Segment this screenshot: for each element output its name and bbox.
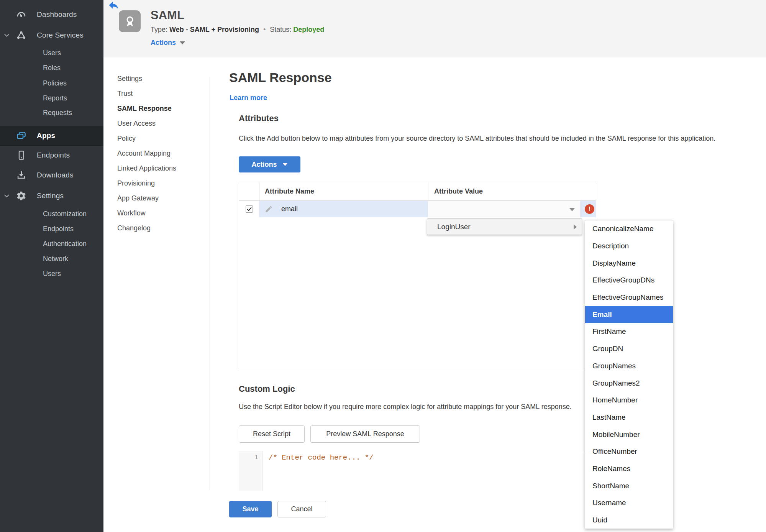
tab-saml-response[interactable]: SAML Response bbox=[117, 101, 176, 116]
tab-label: Policy bbox=[117, 135, 136, 143]
editor-code-area[interactable]: /* Enter code here... */ bbox=[262, 451, 596, 491]
menu-item-label: EffectiveGroupNames bbox=[592, 293, 664, 302]
sidebar-item-requests[interactable]: Requests bbox=[0, 105, 103, 120]
menu-item-effectivegroupdns[interactable]: EffectiveGroupDNs bbox=[585, 272, 673, 289]
tab-user-access[interactable]: User Access bbox=[117, 116, 176, 131]
sidebar-item-label: Endpoints bbox=[43, 225, 74, 233]
download-icon bbox=[16, 170, 26, 181]
sidebar-item-label: Apps bbox=[37, 131, 55, 140]
sidebar-item-label: Authentication bbox=[43, 240, 87, 248]
sidebar-item-label: Users bbox=[43, 49, 61, 57]
type-label: Type: bbox=[151, 26, 167, 33]
chevron-right-icon bbox=[574, 224, 577, 230]
attributes-heading: Attributes bbox=[239, 113, 279, 123]
app-window: Dashboards Core Services Users Roles Pol… bbox=[0, 0, 766, 532]
menu-item-label: Username bbox=[592, 499, 626, 507]
sidebar-item-authentication[interactable]: Authentication bbox=[0, 236, 103, 251]
row-checkbox[interactable] bbox=[246, 205, 253, 213]
cancel-button[interactable]: Cancel bbox=[277, 501, 326, 517]
menu-item-groupnames[interactable]: GroupNames bbox=[585, 358, 673, 375]
tab-changelog[interactable]: Changelog bbox=[117, 221, 176, 236]
menu-item-description[interactable]: Description bbox=[585, 238, 673, 255]
chevron-down-icon bbox=[569, 208, 575, 211]
menu-item-lastname[interactable]: LastName bbox=[585, 409, 673, 426]
select-column-header bbox=[239, 182, 259, 200]
code-comment: /* Enter code here... */ bbox=[269, 453, 374, 462]
menu-item-label: MobileNumber bbox=[592, 430, 640, 439]
chevron-down-icon bbox=[3, 193, 10, 199]
attributes-actions-button[interactable]: Actions bbox=[239, 156, 300, 172]
menu-item-uuid[interactable]: Uuid bbox=[585, 512, 673, 529]
tab-account-mapping[interactable]: Account Mapping bbox=[117, 146, 176, 161]
tab-settings[interactable]: Settings bbox=[117, 71, 176, 86]
menu-item-groupnames2[interactable]: GroupNames2 bbox=[585, 374, 673, 392]
learn-more-link[interactable]: Learn more bbox=[230, 94, 267, 102]
sidebar-item-label: Endpoints bbox=[37, 151, 70, 159]
tab-app-gateway[interactable]: App Gateway bbox=[117, 191, 176, 206]
sidebar-item-downloads[interactable]: Downloads bbox=[0, 165, 103, 186]
pencil-icon[interactable] bbox=[265, 205, 273, 213]
menu-item-rolenames[interactable]: RoleNames bbox=[585, 460, 673, 478]
sidebar-item-settings[interactable]: Settings bbox=[0, 186, 103, 206]
menu-item-label: ShortName bbox=[592, 482, 629, 490]
tab-provisioning[interactable]: Provisioning bbox=[117, 176, 176, 191]
sidebar-item-apps[interactable]: Apps bbox=[0, 126, 103, 146]
app-logo bbox=[119, 10, 141, 32]
menu-item-effectivegroupnames[interactable]: EffectiveGroupNames bbox=[585, 289, 673, 306]
menu-item-email[interactable]: Email bbox=[585, 306, 673, 323]
menu-item-shortname[interactable]: ShortName bbox=[585, 477, 673, 494]
sidebar-item-label: Dashboards bbox=[37, 10, 77, 19]
smartphone-icon bbox=[16, 150, 26, 161]
editor-gutter: 1 bbox=[239, 451, 262, 491]
menu-item-label: OfficeNumber bbox=[592, 447, 637, 456]
tab-trust[interactable]: Trust bbox=[117, 86, 176, 101]
menu-item-label: Uuid bbox=[592, 516, 607, 524]
menu-item-officenumber[interactable]: OfficeNumber bbox=[585, 443, 673, 460]
menu-item-mobilenumber[interactable]: MobileNumber bbox=[585, 426, 673, 443]
menu-item-homenumber[interactable]: HomeNumber bbox=[585, 392, 673, 409]
tab-workflow[interactable]: Workflow bbox=[117, 206, 176, 221]
menu-item-groupdn[interactable]: GroupDN bbox=[585, 340, 673, 358]
sidebar-item-reports[interactable]: Reports bbox=[0, 91, 103, 105]
sidebar-item-label: Roles bbox=[43, 64, 61, 72]
gear-icon bbox=[16, 191, 26, 201]
sidebar-item-users[interactable]: Users bbox=[0, 46, 103, 61]
tab-policy[interactable]: Policy bbox=[117, 131, 176, 146]
preview-saml-response-button[interactable]: Preview SAML Response bbox=[310, 425, 420, 443]
tab-label: Workflow bbox=[117, 209, 146, 217]
header-actions-menu[interactable]: Actions bbox=[151, 39, 324, 47]
separator-dot: • bbox=[263, 26, 266, 33]
sidebar-item-endpoints[interactable]: Endpoints bbox=[0, 146, 103, 165]
value-menu-root[interactable]: LoginUser bbox=[427, 218, 582, 235]
gauge-icon bbox=[16, 10, 26, 20]
menu-item-displayname[interactable]: DisplayName bbox=[585, 255, 673, 272]
sidebar-item-policies[interactable]: Policies bbox=[0, 76, 103, 91]
value-submenu: CanonicalizeName Description DisplayName… bbox=[585, 220, 673, 529]
sidebar-item-core-services[interactable]: Core Services bbox=[0, 25, 103, 46]
subnav-divider bbox=[210, 77, 210, 490]
sidebar-item-customization[interactable]: Customization bbox=[0, 206, 103, 222]
tab-label: SAML Response bbox=[117, 105, 172, 113]
attribute-value-select[interactable] bbox=[428, 201, 580, 217]
attribute-name-value: email bbox=[281, 205, 298, 213]
sidebar-item-label: Reports bbox=[43, 94, 67, 102]
sidebar-item-label: Requests bbox=[43, 109, 72, 117]
sidebar-item-settings-endpoints[interactable]: Endpoints bbox=[0, 222, 103, 236]
tab-linked-applications[interactable]: Linked Applications bbox=[117, 161, 176, 176]
menu-item-canonicalizename[interactable]: CanonicalizeName bbox=[585, 220, 673, 238]
reset-script-button[interactable]: Reset Script bbox=[239, 425, 305, 443]
award-ribbon-icon bbox=[123, 14, 137, 29]
menu-item-username[interactable]: Username bbox=[585, 494, 673, 512]
chevron-down-icon bbox=[180, 41, 185, 44]
save-button[interactable]: Save bbox=[229, 501, 272, 517]
menu-item-firstname[interactable]: FirstName bbox=[585, 323, 673, 340]
sidebar-item-roles[interactable]: Roles bbox=[0, 61, 103, 76]
sidebar-item-network[interactable]: Network bbox=[0, 251, 103, 266]
sidebar-item-dashboards[interactable]: Dashboards bbox=[0, 4, 103, 25]
menu-item-label: Email bbox=[592, 310, 612, 319]
back-arrow-icon[interactable] bbox=[108, 1, 118, 10]
sidebar-item-label: Downloads bbox=[37, 171, 74, 179]
sidebar-item-label: Customization bbox=[43, 210, 87, 218]
sidebar-item-settings-users[interactable]: Users bbox=[0, 266, 103, 281]
attribute-name-header: Attribute Name bbox=[259, 182, 428, 200]
